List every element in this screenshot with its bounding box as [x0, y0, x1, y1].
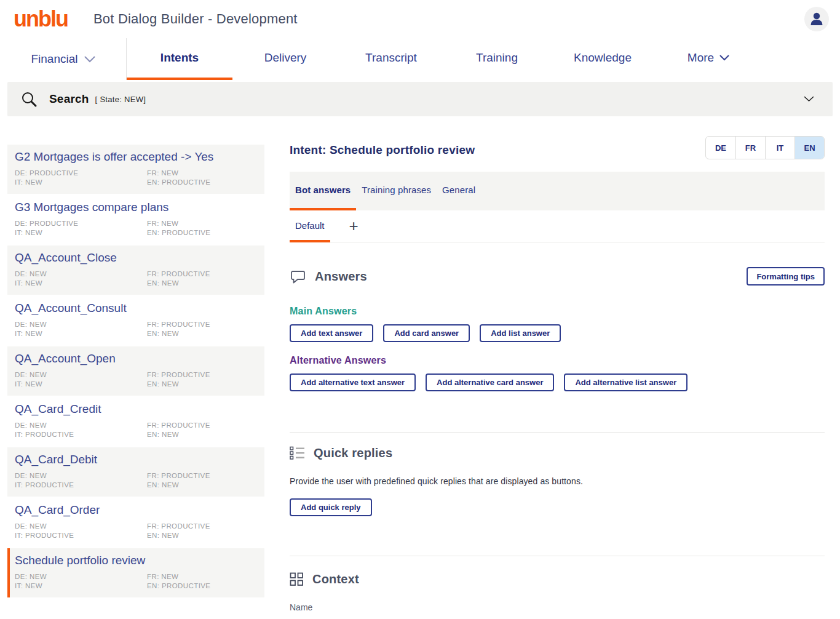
answer-add-button[interactable]: Add text answer — [290, 324, 373, 342]
intent-language-states: DE: NEW FR: PRODUCTIVE IT: PRODUCTIVE EN… — [15, 472, 257, 489]
status-de: DE: NEW — [15, 472, 147, 479]
intent-list-item[interactable]: QA_Account_Close DE: NEW FR: PRODUCTIVE … — [7, 246, 264, 295]
answer-add-button[interactable]: Add alternative list answer — [564, 373, 687, 391]
language-button-label: FR — [745, 143, 756, 153]
status-en: EN: NEW — [147, 431, 257, 438]
language-button-label: EN — [804, 143, 815, 153]
formatting-tips-button[interactable]: Formatting tips — [747, 267, 825, 286]
user-avatar[interactable] — [804, 7, 829, 31]
nav-tab[interactable]: Intents — [127, 38, 232, 80]
status-de: DE: NEW — [15, 421, 147, 429]
intent-title: QA_Card_Debit — [15, 453, 257, 466]
answer-add-button[interactable]: Add list answer — [480, 324, 561, 342]
status-de: DE: NEW — [15, 573, 147, 580]
status-de: DE: PRODUCTIVE — [15, 220, 147, 227]
status-de: DE: PRODUCTIVE — [15, 169, 147, 177]
nav-tab[interactable]: More — [656, 38, 761, 80]
intent-language-states: DE: NEW FR: PRODUCTIVE IT: NEW EN: NEW — [15, 371, 257, 388]
answer-add-button[interactable]: Add alternative card answer — [426, 373, 554, 391]
intent-title: QA_Account_Close — [15, 251, 257, 265]
language-button[interactable]: DE — [706, 137, 735, 159]
search-label: Search — [49, 92, 89, 106]
quick-replies-description: Provide the user with predefined quick r… — [290, 476, 825, 486]
status-fr: FR: PRODUCTIVE — [147, 270, 257, 278]
intent-list-item[interactable]: QA_Card_Credit DE: NEW FR: PRODUCTIVE IT… — [7, 397, 264, 446]
intent-list-item[interactable]: QA_Account_Consult DE: NEW FR: PRODUCTIV… — [7, 296, 264, 345]
search-bar[interactable]: Search [ State: NEW] — [7, 82, 833, 116]
intent-heading: Intent: Schedule portfolio review — [290, 143, 475, 157]
language-button[interactable]: EN — [794, 137, 824, 159]
project-selector-label: Financial — [31, 52, 77, 66]
main-nav: Financial Intents Delivery Transcript Tr… — [0, 38, 840, 80]
answer-add-button[interactable]: Add card answer — [383, 324, 470, 342]
context-heading: Context — [312, 572, 359, 586]
nav-tab[interactable]: Knowledge — [550, 38, 656, 80]
intent-list-item[interactable]: QA_Card_Debit DE: NEW FR: PRODUCTIVE IT:… — [7, 447, 264, 497]
intent-list: G2 Mortgages is offer accepted -> Yes DE… — [7, 145, 264, 612]
status-en: EN: NEW — [147, 330, 257, 337]
main-answers-heading: Main Answers — [290, 306, 825, 317]
language-button[interactable]: FR — [735, 137, 765, 159]
status-en: EN: PRODUCTIVE — [147, 229, 257, 236]
status-it: IT: NEW — [15, 330, 147, 337]
intent-list-item[interactable]: QA_Card_Order DE: NEW FR: PRODUCTIVE IT:… — [7, 498, 264, 547]
intent-tab[interactable]: Training phrases — [356, 172, 437, 210]
speech-bubble-icon — [290, 268, 306, 285]
search-filter-state: [ State: NEW] — [95, 95, 146, 104]
answer-add-button[interactable]: Add alternative text answer — [290, 373, 416, 391]
intent-list-item[interactable]: QA_Account_Open DE: NEW FR: PRODUCTIVE I… — [7, 346, 264, 396]
status-it: IT: PRODUCTIVE — [15, 481, 147, 489]
divider — [290, 432, 825, 433]
nav-tab-label: Knowledge — [574, 51, 632, 65]
status-fr: FR: NEW — [147, 573, 257, 580]
intent-tab-label: Training phrases — [362, 185, 431, 195]
status-fr: FR: PRODUCTIVE — [147, 472, 257, 479]
status-fr: FR: NEW — [147, 169, 257, 177]
search-expand-chevron-icon[interactable] — [804, 96, 814, 102]
variant-tab-default[interactable]: Default — [290, 210, 330, 242]
intent-title: G2 Mortgages is offer accepted -> Yes — [15, 150, 257, 164]
quick-replies-section: Quick replies Provide the user with pred… — [290, 446, 825, 516]
nav-tab-label: Training — [476, 51, 518, 65]
status-fr: FR: PRODUCTIVE — [147, 371, 257, 378]
nav-tab[interactable]: Delivery — [232, 38, 338, 80]
nav-tab[interactable]: Training — [444, 38, 550, 80]
status-en: EN: NEW — [147, 279, 257, 287]
status-it: IT: NEW — [15, 229, 147, 236]
intent-tab[interactable]: General — [437, 172, 481, 210]
nav-tab[interactable]: Transcript — [338, 38, 444, 80]
intent-language-states: DE: NEW FR: NEW IT: NEW EN: PRODUCTIVE — [15, 573, 257, 589]
chevron-down-icon — [84, 56, 95, 63]
intent-title: QA_Account_Open — [15, 352, 257, 365]
context-section: Context Name — [290, 572, 825, 612]
intent-tabs-panel: Bot answers Training phrases General — [290, 172, 825, 210]
unblu-logo[interactable]: unblu — [14, 6, 68, 32]
intent-list-item[interactable]: Schedule portfolio review DE: NEW FR: NE… — [7, 548, 264, 597]
status-en: EN: PRODUCTIVE — [147, 582, 257, 589]
status-fr: FR: NEW — [147, 220, 257, 227]
content-area: G2 Mortgages is offer accepted -> Yes DE… — [0, 116, 840, 612]
divider — [290, 556, 825, 556]
intent-list-item[interactable]: G2 Mortgages is offer accepted -> Yes DE… — [7, 145, 264, 194]
person-icon — [809, 11, 825, 27]
alternative-answers-buttons: Add alternative text answer Add alternat… — [290, 373, 825, 391]
intent-language-states: DE: PRODUCTIVE FR: NEW IT: NEW EN: PRODU… — [15, 220, 257, 236]
status-it: IT: PRODUCTIVE — [15, 431, 147, 438]
project-selector[interactable]: Financial — [0, 38, 127, 80]
main-answers-buttons: Add text answer Add card answer Add list… — [290, 324, 825, 342]
add-variant-button[interactable]: + — [346, 210, 362, 242]
status-it: IT: PRODUCTIVE — [15, 532, 147, 539]
intent-tabs: Bot answers Training phrases General — [290, 172, 825, 210]
intent-tab[interactable]: Bot answers — [290, 172, 356, 210]
add-quick-reply-button[interactable]: Add quick reply — [290, 498, 372, 516]
status-en: EN: NEW — [147, 380, 257, 388]
alternative-answers-heading: Alternative Answers — [290, 355, 825, 366]
language-button-label: DE — [715, 143, 726, 153]
search-icon — [21, 91, 38, 108]
language-button[interactable]: IT — [765, 137, 794, 159]
answer-variant-row: Default + — [290, 210, 825, 242]
status-en: EN: NEW — [147, 481, 257, 489]
nav-tab-label: More — [687, 51, 714, 65]
intent-list-item[interactable]: G3 Mortgages compare plans DE: PRODUCTIV… — [7, 195, 264, 244]
intent-title: Schedule portfolio review — [15, 554, 257, 567]
